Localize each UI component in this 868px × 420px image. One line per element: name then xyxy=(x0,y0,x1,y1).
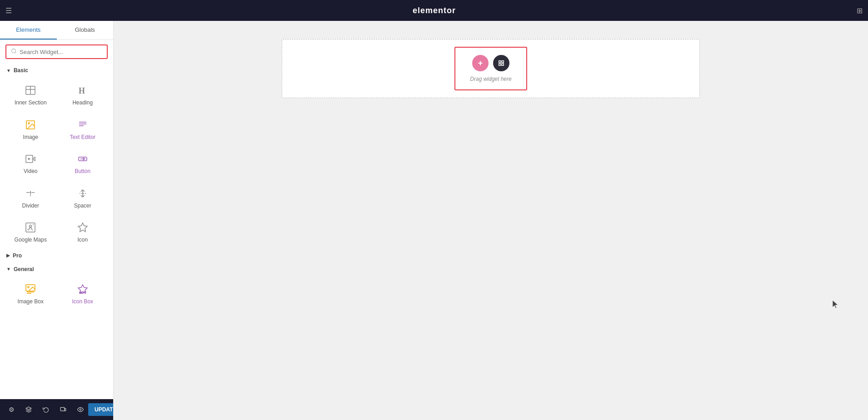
general-widget-grid: Image Box Icon Box xyxy=(0,276,113,311)
svg-rect-36 xyxy=(65,409,66,411)
widget-area: ▼ Basic Inner Section xyxy=(0,64,113,399)
drop-zone-text: Drag widget here xyxy=(470,76,511,82)
svg-rect-35 xyxy=(60,407,65,411)
divider-label: Divider xyxy=(22,203,39,210)
tab-elements[interactable]: Elements xyxy=(0,21,57,40)
pro-label: Pro xyxy=(13,252,22,259)
bottom-toolbar: ⚙ xyxy=(0,399,113,420)
sidebar: Elements Globals ▼ Basic xyxy=(0,21,114,420)
add-widget-button[interactable]: + xyxy=(472,55,489,71)
svg-marker-26 xyxy=(78,223,87,232)
widget-divider[interactable]: Divider xyxy=(5,180,57,215)
settings-button[interactable]: ⚙ xyxy=(4,402,19,417)
icon-box-icon xyxy=(77,283,88,296)
search-input[interactable] xyxy=(20,49,102,55)
svg-marker-34 xyxy=(26,407,31,410)
icon-label: Icon xyxy=(77,237,88,244)
video-icon xyxy=(25,153,36,165)
general-arrow: ▼ xyxy=(6,267,11,272)
sidebar-tabs: Elements Globals xyxy=(0,21,113,40)
divider-icon xyxy=(25,187,36,200)
widget-heading[interactable]: H Heading xyxy=(57,77,109,112)
image-icon xyxy=(25,119,36,131)
canvas-section: + Drag widget here xyxy=(282,39,700,98)
search-icon xyxy=(11,48,17,55)
google-maps-icon xyxy=(25,221,36,234)
section-header-pro[interactable]: ▶ Pro xyxy=(0,249,113,262)
button-icon xyxy=(77,153,88,165)
text-editor-label: Text Editor xyxy=(70,134,95,141)
svg-point-7 xyxy=(28,123,30,124)
search-container xyxy=(0,40,113,64)
widget-inner-section[interactable]: Inner Section xyxy=(5,77,57,112)
widget-image[interactable]: Image xyxy=(5,112,57,146)
spacer-label: Spacer xyxy=(74,203,91,210)
google-maps-label: Google Maps xyxy=(15,237,47,244)
general-label: General xyxy=(14,266,34,272)
inner-section-label: Inner Section xyxy=(15,99,47,107)
canvas-area: + Drag widget here xyxy=(114,21,868,420)
svg-line-1 xyxy=(15,52,16,53)
basic-arrow: ▼ xyxy=(6,68,11,73)
search-box xyxy=(5,44,108,59)
svg-point-24 xyxy=(27,229,28,230)
video-label: Video xyxy=(24,168,37,175)
drop-zone-buttons: + xyxy=(472,55,509,71)
grid-icon[interactable]: ⊞ xyxy=(857,6,863,15)
widget-button[interactable]: Button xyxy=(57,146,109,180)
svg-marker-13 xyxy=(28,158,30,160)
toolbar-left: ⚙ xyxy=(4,402,88,417)
widget-text-editor[interactable]: Text Editor xyxy=(57,112,109,146)
svg-rect-39 xyxy=(502,61,504,63)
svg-text:H: H xyxy=(79,86,85,95)
layers-button[interactable] xyxy=(21,402,36,417)
svg-rect-38 xyxy=(499,61,501,63)
svg-marker-18 xyxy=(30,191,31,194)
svg-point-0 xyxy=(12,49,16,53)
basic-label: Basic xyxy=(14,67,28,74)
image-label: Image xyxy=(23,134,38,141)
text-editor-icon xyxy=(77,119,88,131)
heading-icon: H xyxy=(77,84,88,97)
widget-spacer[interactable]: Spacer xyxy=(57,180,109,215)
widget-image-box[interactable]: Image Box xyxy=(5,276,57,311)
history-button[interactable] xyxy=(38,402,54,417)
icon-widget-icon xyxy=(77,221,88,234)
main-layout: Elements Globals ▼ Basic xyxy=(0,21,868,420)
widget-icon-box[interactable]: Icon Box xyxy=(57,276,109,311)
widget-video[interactable]: Video xyxy=(5,146,57,180)
hamburger-icon[interactable]: ☰ xyxy=(5,6,12,15)
widget-icon[interactable]: Icon xyxy=(57,214,109,249)
spacer-icon xyxy=(77,187,88,200)
toolbar-right: UPDATE ▲ xyxy=(88,403,114,416)
widget-options-button[interactable] xyxy=(493,55,509,71)
top-bar: ☰ elementor ⊞ xyxy=(0,0,868,21)
heading-label: Heading xyxy=(72,99,93,107)
preview-button[interactable] xyxy=(73,402,88,417)
cursor-indicator xyxy=(833,300,840,311)
svg-rect-40 xyxy=(499,64,501,65)
icon-box-label: Icon Box xyxy=(72,298,93,306)
svg-rect-41 xyxy=(502,64,504,65)
drop-zone: + Drag widget here xyxy=(454,47,527,90)
svg-point-37 xyxy=(80,409,81,410)
update-button[interactable]: UPDATE xyxy=(88,403,114,416)
basic-widget-grid: Inner Section H Heading xyxy=(0,77,113,249)
pro-arrow: ▶ xyxy=(6,253,10,258)
tab-globals[interactable]: Globals xyxy=(57,21,114,40)
svg-point-28 xyxy=(28,287,29,288)
app-logo: elementor xyxy=(413,6,456,15)
button-label: Button xyxy=(75,168,90,175)
responsive-button[interactable] xyxy=(55,402,71,417)
section-header-basic[interactable]: ▼ Basic xyxy=(0,64,113,77)
image-box-icon xyxy=(25,283,36,296)
svg-point-25 xyxy=(33,224,34,225)
inner-section-icon xyxy=(25,84,36,97)
image-box-label: Image Box xyxy=(18,298,44,306)
widget-google-maps[interactable]: Google Maps xyxy=(5,214,57,249)
section-header-general[interactable]: ▼ General xyxy=(0,262,113,276)
